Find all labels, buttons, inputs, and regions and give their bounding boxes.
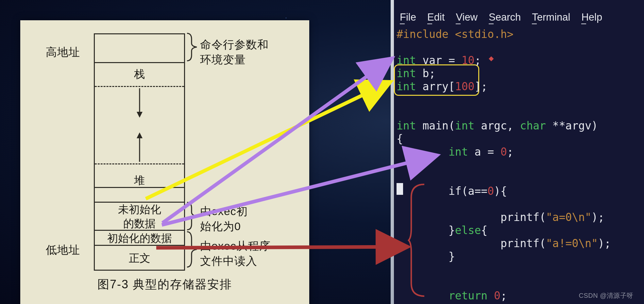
menu-search[interactable]: Search xyxy=(489,11,521,23)
heap-up-arrow xyxy=(137,132,143,163)
seg-heap: 堆 xyxy=(95,172,184,190)
watermark: CSDN @清源子呀 xyxy=(579,291,634,300)
memory-layout-page: 高地址 低地址 栈 堆 未初始化 的数据 初始化的数据 正文 命令行参数和 环境… xyxy=(20,20,309,304)
menu-terminal[interactable]: Terminal xyxy=(532,11,570,23)
pane-separator[interactable] xyxy=(391,0,394,304)
red-brace-text-seg xyxy=(409,183,428,297)
note-text: 由exec从程序 文件中读入 xyxy=(200,239,271,269)
menu-help[interactable]: Help xyxy=(581,11,602,23)
code-area[interactable]: #include <stdio.h> int var = 10; int b; … xyxy=(397,28,644,304)
menu-view[interactable]: View xyxy=(456,11,478,23)
seg-bss: 未初始化 的数据 xyxy=(95,202,184,231)
brace-text xyxy=(186,231,197,268)
svg-marker-1 xyxy=(137,132,143,138)
brace-bss xyxy=(186,202,197,230)
high-addr-label: 高地址 xyxy=(46,45,80,60)
seg-stack: 栈 xyxy=(95,65,184,83)
menu-bar: File Edit View Search Terminal Help xyxy=(400,11,602,23)
menu-file[interactable]: File xyxy=(400,11,416,23)
menu-edit[interactable]: Edit xyxy=(427,11,445,23)
note-bss: 由exec初 始化为0 xyxy=(200,204,248,234)
memory-box: 栈 堆 未初始化 的数据 初始化的数据 正文 xyxy=(94,33,185,271)
seg-text: 正文 xyxy=(95,247,184,270)
text-cursor xyxy=(397,183,403,195)
low-addr-label: 低地址 xyxy=(46,243,80,258)
terminal-window: File Edit View Search Terminal Help ◆ #i… xyxy=(391,0,644,304)
stack-down-arrow xyxy=(137,88,143,119)
seg-data: 初始化的数据 xyxy=(95,230,184,246)
figure-caption: 图7-3 典型的存储器安排 xyxy=(20,277,309,293)
svg-marker-0 xyxy=(137,112,143,118)
brace-cmdline xyxy=(186,33,197,61)
note-cmdline: 命令行参数和 环境变量 xyxy=(200,37,269,67)
